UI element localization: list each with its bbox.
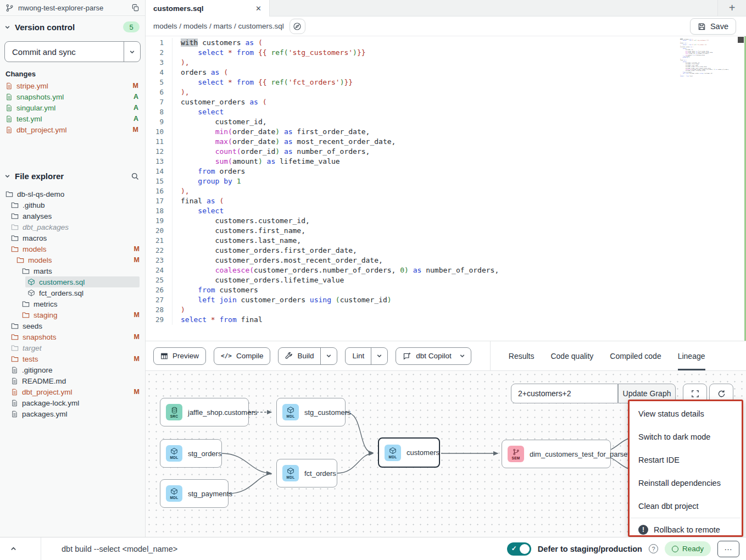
result-panel-tabs: ResultsCode qualityCompiled codeLineage — [491, 341, 714, 370]
folder-icon — [22, 300, 30, 308]
panel-tab-compiled-code[interactable]: Compiled code — [602, 341, 669, 370]
menu-item-clean-dbt-project[interactable]: Clean dbt project — [630, 495, 742, 518]
code-editor[interactable]: 1234567891011121314151617181920212223242… — [146, 36, 746, 341]
file-tree-item-dbt-project-yml[interactable]: dbt_project.ymlM — [0, 386, 145, 397]
new-tab-button[interactable]: + — [717, 0, 746, 16]
file-tree-item-staging[interactable]: stagingM — [0, 309, 145, 320]
dbt-copilot-button[interactable]: dbt Copilot — [396, 347, 471, 365]
change-item[interactable]: stripe.ymlM — [0, 80, 145, 91]
change-status: M — [133, 126, 138, 134]
file-tree-item-target[interactable]: target — [0, 342, 145, 353]
version-control-title: Version control — [15, 23, 119, 32]
editor-scrollbar[interactable] — [738, 36, 744, 341]
tab-customers-sql[interactable]: customers.sql ✕ — [146, 0, 270, 16]
lineage-node-stg_payments[interactable]: MDLstg_payments — [160, 479, 229, 508]
copy-icon[interactable] — [131, 4, 140, 12]
file-icon — [11, 367, 18, 374]
change-item[interactable]: test.ymlA — [0, 113, 145, 124]
model-cube-icon — [27, 278, 35, 286]
tree-item-label: .gitignore — [22, 366, 137, 374]
menu-item-reinstall-dependencies[interactable]: Reinstall dependencies — [630, 472, 742, 495]
collapse-panel-button[interactable] — [0, 537, 41, 560]
save-button[interactable]: Save — [690, 18, 736, 35]
lineage-node-stg_customers[interactable]: MDLstg_customers — [276, 398, 346, 426]
change-file-name: dbt_project.yml — [16, 126, 129, 134]
menu-item-restart-ide[interactable]: Restart IDE — [630, 448, 742, 472]
file-tree-item-metrics[interactable]: metrics — [0, 298, 145, 309]
file-tree-item-package-lock-yml[interactable]: package-lock.yml — [0, 397, 145, 408]
sidebar: mwong-test-explorer-parse Version contro… — [0, 0, 146, 537]
breadcrumb-bar: models / models / marts / customers.sql … — [146, 16, 746, 36]
file-icon — [11, 400, 18, 407]
file-tree-item-readme-md[interactable]: README.md — [0, 375, 145, 386]
save-label: Save — [710, 22, 728, 31]
build-button[interactable]: Build — [278, 347, 337, 365]
close-icon[interactable]: ✕ — [255, 4, 261, 13]
change-item[interactable]: singular.ymlA — [0, 102, 145, 113]
compile-button[interactable]: </> Compile — [214, 347, 270, 365]
panel-tab-results[interactable]: Results — [500, 341, 543, 370]
file-tree-item-customers-sql[interactable]: customers.sql — [0, 276, 145, 287]
sem-badge-icon: SEM — [508, 446, 524, 462]
code-lines[interactable]: with customers as ( select * from {{ ref… — [172, 38, 499, 325]
copilot-dropdown-chevron[interactable] — [458, 353, 471, 359]
file-tree-item-marts[interactable]: marts — [0, 265, 145, 276]
file-tree-item-snapshots[interactable]: snapshotsM — [0, 331, 145, 342]
change-item[interactable]: dbt_project.ymlM — [0, 124, 145, 135]
lineage-canvas[interactable]: SRCjaffle_shop.customersMDLstg_customers… — [146, 371, 746, 537]
refresh-icon — [717, 390, 726, 398]
panel-tab-code-quality[interactable]: Code quality — [542, 341, 602, 370]
ide-options-menu: View status detailsSwitch to dark modeRe… — [628, 400, 743, 537]
commit-and-sync-button[interactable]: Commit and sync — [4, 41, 141, 62]
file-tree-item-analyses[interactable]: analyses — [0, 210, 145, 221]
menu-item-switch-to-dark-mode[interactable]: Switch to dark mode — [630, 425, 742, 448]
change-item[interactable]: snapshots.ymlA — [0, 91, 145, 102]
change-status: A — [133, 115, 138, 123]
file-icon — [11, 389, 18, 396]
menu-item-rollback-to-remote[interactable]: !Rollback to remote — [630, 518, 742, 537]
lineage-node-dim[interactable]: SEMdim_customers_test_for_parse — [502, 440, 611, 468]
file-tree-item-seeds[interactable]: seeds — [0, 320, 145, 331]
lineage-node-stg_orders[interactable]: MDLstg_orders — [160, 439, 222, 468]
lineage-node-customers[interactable]: MDLcustomers — [378, 437, 440, 468]
preview-button[interactable]: Preview — [153, 347, 206, 365]
tree-item-label: packages.yml — [22, 410, 137, 418]
check-icon: ✓ — [511, 545, 517, 552]
status-ring-icon — [672, 546, 678, 552]
command-input[interactable]: dbt build --select <model_name> — [41, 545, 507, 553]
commit-dropdown-button[interactable] — [124, 42, 140, 62]
help-icon[interactable]: ? — [649, 544, 658, 553]
file-tree-item-dbt-packages[interactable]: dbt_packages — [0, 221, 145, 232]
file-explorer-header[interactable]: File explorer — [0, 166, 145, 184]
file-tree-item-macros[interactable]: macros — [0, 232, 145, 243]
lineage-node-jaffle[interactable]: SRCjaffle_shop.customers — [160, 398, 249, 426]
tree-item-label: .github — [23, 201, 137, 209]
explore-compass-icon[interactable] — [290, 19, 305, 34]
menu-item-view-status-details[interactable]: View status details — [630, 402, 742, 425]
file-tree-item-db-sl-qs-demo[interactable]: db-sl-qs-demo — [0, 188, 145, 199]
search-icon[interactable] — [131, 172, 140, 181]
file-tree-item--github[interactable]: .github — [0, 199, 145, 210]
tree-item-label: macros — [23, 234, 137, 242]
lint-button[interactable]: Lint — [345, 347, 388, 365]
file-tree-item-packages-yml[interactable]: packages.yml — [0, 408, 145, 419]
lineage-node-fct_orders[interactable]: MDLfct_orders — [276, 459, 337, 487]
file-tree-item-fct-orders-sql[interactable]: fct_orders.sql — [0, 287, 145, 298]
file-tree-item--gitignore[interactable]: .gitignore — [0, 364, 145, 375]
file-tree-item-models[interactable]: modelsM — [0, 254, 145, 265]
file-tree-item-models[interactable]: modelsM — [0, 243, 145, 254]
defer-toggle[interactable]: ✓ — [507, 542, 531, 556]
build-dropdown-button[interactable] — [320, 348, 337, 364]
file-tree-item-tests[interactable]: testsM — [0, 353, 145, 364]
main-area: customers.sql ✕ + models / models / mart… — [146, 0, 746, 537]
panel-tab-lineage[interactable]: Lineage — [670, 341, 714, 370]
scrollbar-thumb[interactable] — [738, 37, 744, 43]
more-options-button[interactable]: … — [717, 541, 739, 557]
status-bar: dbt build --select <model_name> ✓ Defer … — [0, 537, 746, 560]
lineage-selector-input[interactable] — [511, 384, 618, 403]
tree-item-label: target — [23, 344, 137, 352]
save-icon — [698, 23, 706, 31]
version-control-header[interactable]: Version control 5 — [0, 16, 145, 36]
folder-icon — [16, 256, 24, 264]
lint-dropdown-button[interactable] — [371, 348, 387, 364]
